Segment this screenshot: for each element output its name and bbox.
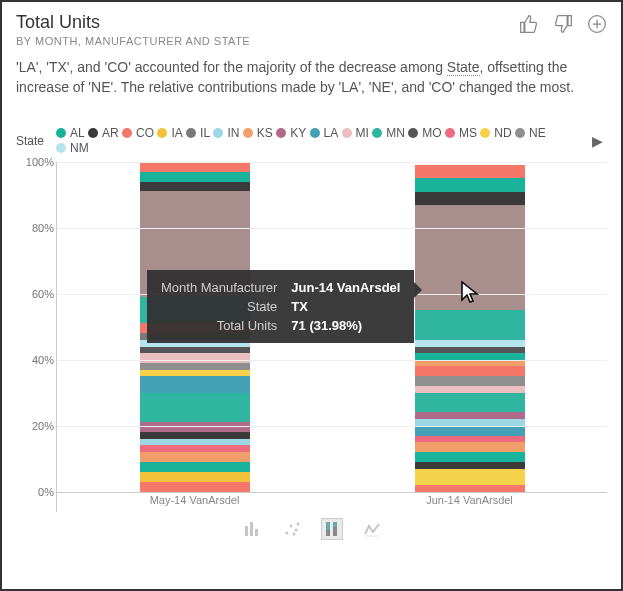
bar-segment[interactable]	[140, 363, 250, 370]
page-title: Total Units	[16, 12, 250, 33]
bar-segment[interactable]	[415, 436, 525, 443]
legend-item-mi[interactable]: MI	[342, 126, 369, 140]
bar-segment[interactable]	[140, 347, 250, 354]
bar-segment[interactable]	[140, 162, 250, 172]
chart-tooltip: Month Manufacturer Jun-14 VanArsdel Stat…	[147, 270, 414, 343]
gridline	[57, 360, 607, 361]
plus-circle-icon[interactable]	[587, 14, 607, 38]
swatch-icon	[122, 128, 132, 138]
legend-item-ar[interactable]: AR	[88, 126, 119, 140]
bar-segment[interactable]	[140, 376, 250, 393]
svg-rect-12	[333, 527, 337, 536]
bar-segment[interactable]	[415, 192, 525, 205]
bar-segment[interactable]	[140, 182, 250, 192]
bar-segment[interactable]	[140, 462, 250, 472]
svg-rect-3	[255, 529, 258, 536]
y-tick-label: 60%	[32, 288, 54, 300]
thumbs-up-icon[interactable]	[519, 14, 539, 38]
legend-item-label: CO	[136, 126, 154, 140]
legend-item-label: MI	[356, 126, 369, 140]
legend-item-label: MO	[422, 126, 441, 140]
bar-segment[interactable]	[415, 340, 525, 347]
x-axis-label: May-14 VanArsdel	[135, 494, 255, 512]
bar-segment[interactable]	[415, 469, 525, 486]
legend-item-label: LA	[324, 126, 339, 140]
legend-item-label: AR	[102, 126, 119, 140]
plot-area: May-14 VanArsdelJun-14 VanArsdel Month M…	[56, 162, 607, 512]
tooltip-val-total: 71 (31.98%)	[291, 318, 400, 333]
bar-segment[interactable]	[415, 412, 525, 419]
swatch-icon	[372, 128, 382, 138]
swatch-icon	[310, 128, 320, 138]
gridline	[57, 228, 607, 229]
bar-segment[interactable]	[415, 426, 525, 436]
bar-segment[interactable]	[140, 370, 250, 377]
bar-segment[interactable]	[415, 366, 525, 376]
tooltip-key-state: State	[161, 299, 277, 314]
view-scatter-icon[interactable]	[281, 518, 303, 540]
bar-segment[interactable]	[415, 452, 525, 462]
swatch-icon	[515, 128, 525, 138]
legend-item-label: NM	[70, 141, 89, 155]
stacked-bar[interactable]	[415, 162, 525, 492]
legend-scroll-right-icon[interactable]: ▶	[588, 133, 607, 149]
swatch-icon	[88, 128, 98, 138]
bar-segment[interactable]	[140, 353, 250, 363]
bar-segment[interactable]	[415, 462, 525, 469]
legend-item-ms[interactable]: MS	[445, 126, 477, 140]
bar-segment[interactable]	[415, 178, 525, 191]
legend-item-co[interactable]: CO	[122, 126, 154, 140]
view-stacked-icon[interactable]	[321, 518, 343, 540]
bar-segment[interactable]	[415, 442, 525, 452]
insight-link-state[interactable]: State	[447, 59, 480, 76]
bar-segment[interactable]	[140, 393, 250, 423]
svg-point-5	[289, 524, 292, 527]
bar-segment[interactable]	[140, 422, 250, 432]
bar-segment[interactable]	[415, 310, 525, 340]
legend-item-label: KS	[257, 126, 273, 140]
bar-segment[interactable]	[415, 165, 525, 178]
bar-segment[interactable]	[415, 347, 525, 354]
swatch-icon	[56, 128, 66, 138]
bar-segment[interactable]	[415, 360, 525, 367]
legend-item-label: NE	[529, 126, 546, 140]
legend-item-ks[interactable]: KS	[243, 126, 273, 140]
bar-segment[interactable]	[140, 439, 250, 446]
bar-segment[interactable]	[415, 485, 525, 492]
bar-segment[interactable]	[140, 472, 250, 482]
legend-item-mn[interactable]: MN	[372, 126, 405, 140]
legend-item-ia[interactable]: IA	[157, 126, 182, 140]
swatch-icon	[186, 128, 196, 138]
bar-segment[interactable]	[140, 445, 250, 452]
bar-segment[interactable]	[140, 172, 250, 182]
swatch-icon	[243, 128, 253, 138]
bar-segment[interactable]	[415, 393, 525, 413]
swatch-icon	[445, 128, 455, 138]
legend-item-ky[interactable]: KY	[276, 126, 306, 140]
thumbs-down-icon[interactable]	[553, 14, 573, 38]
legend-item-il[interactable]: IL	[186, 126, 210, 140]
legend-item-in[interactable]: IN	[213, 126, 239, 140]
legend-item-al[interactable]: AL	[56, 126, 85, 140]
y-tick-label: 40%	[32, 354, 54, 366]
svg-rect-1	[245, 526, 248, 536]
tooltip-val-month: Jun-14 VanArsdel	[291, 280, 400, 295]
bar-segment[interactable]	[415, 386, 525, 393]
legend-item-nm[interactable]: NM	[56, 141, 89, 155]
legend-item-ne[interactable]: NE	[515, 126, 546, 140]
bar-segment[interactable]	[415, 376, 525, 386]
legend-item-nd[interactable]: ND	[480, 126, 511, 140]
swatch-icon	[480, 128, 490, 138]
stacked-bar-chart: 0%20%40%60%80%100% May-14 VanArsdelJun-1…	[16, 162, 607, 512]
legend-item-mo[interactable]: MO	[408, 126, 441, 140]
svg-point-7	[292, 532, 295, 535]
swatch-icon	[213, 128, 223, 138]
bar-segment[interactable]	[140, 452, 250, 462]
view-ribbon-icon[interactable]	[361, 518, 383, 540]
legend-item-la[interactable]: LA	[310, 126, 339, 140]
bar-segment[interactable]	[140, 482, 250, 492]
view-column-icon[interactable]	[241, 518, 263, 540]
y-tick-label: 80%	[32, 222, 54, 234]
gridline	[57, 426, 607, 427]
bar-segment[interactable]	[140, 432, 250, 439]
